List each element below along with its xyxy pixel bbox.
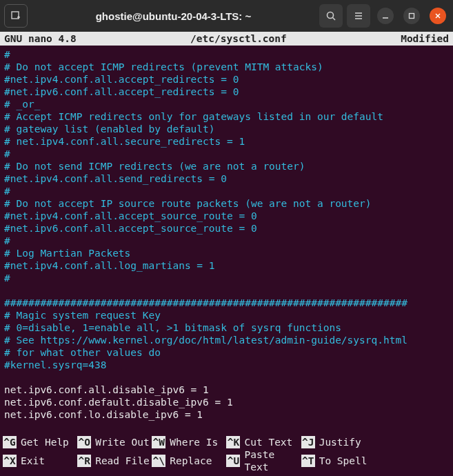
nano-statusbar: GNU nano 4.8 /etc/sysctl.conf Modified <box>0 32 453 46</box>
shortcut-justify[interactable]: ^JJustify <box>301 436 376 448</box>
new-tab-button[interactable] <box>4 4 28 28</box>
svg-rect-9 <box>410 14 414 19</box>
shortcut-empty <box>376 448 450 473</box>
shortcut-label: Replace <box>170 455 212 467</box>
shortcut-label: To Spell <box>319 455 368 467</box>
menu-button[interactable] <box>347 4 370 28</box>
editor-line: # <box>4 148 449 160</box>
shortcut-key: ^K <box>226 436 240 448</box>
editor-line: # Do not accept IP source route packets … <box>4 197 449 210</box>
shortcut-label: Cut Text <box>244 436 292 448</box>
shortcut-key: ^X <box>3 455 17 467</box>
shortcut-key: ^T <box>301 455 315 467</box>
editor-line: # See https://www.kernel.org/doc/html/la… <box>4 334 449 346</box>
shortcut-key: ^J <box>301 436 315 448</box>
editor-line: # Log Martian Packets <box>4 247 449 259</box>
shortcut-label: Where Is <box>170 436 218 448</box>
shortcut-key: ^O <box>77 436 91 448</box>
file-path: /etc/sysctl.conf <box>90 32 387 46</box>
shortcut-key: ^G <box>3 436 17 448</box>
editor-line: #net.ipv4.conf.all.log_martians = 1 <box>4 259 449 272</box>
editor-line: # <box>4 185 449 197</box>
window-title: ghostie@ubuntu-20-04-3-LTS: ~ <box>32 10 315 22</box>
editor-line: # for what other values do <box>4 346 449 359</box>
shortcut-read-file[interactable]: ^RRead File <box>77 448 152 473</box>
shortcut-paste-text[interactable]: ^UPaste Text <box>226 448 301 473</box>
editor-line: # 0=disable, 1=enable all, >1 bitmask of… <box>4 321 449 334</box>
shortcut-label: Read File <box>95 455 150 467</box>
editor-line <box>4 284 449 297</box>
minimize-button[interactable] <box>377 8 394 24</box>
shortcut-key: ^\ <box>152 455 165 467</box>
app-name: GNU nano 4.8 <box>4 32 90 46</box>
editor-line: #net.ipv4.conf.all.send_redirects = 0 <box>4 172 449 185</box>
editor-line: # _or_ <box>4 98 449 110</box>
editor-line: # Do not accept ICMP redirects (prevent … <box>4 61 449 73</box>
editor-line: #net.ipv4.conf.all.accept_source_route =… <box>4 210 449 222</box>
shortcut-exit[interactable]: ^XExit <box>3 448 77 473</box>
shortcut-to-spell[interactable]: ^TTo Spell <box>301 448 376 473</box>
editor-line: net.ipv6.conf.default.disable_ipv6 = 1 <box>4 396 449 408</box>
editor-line <box>4 371 449 384</box>
editor-line: # net.ipv4.conf.all.secure_redirects = 1 <box>4 135 449 148</box>
editor-line: #kernel.sysrq=438 <box>4 359 449 371</box>
window-controls <box>377 8 446 24</box>
modified-indicator: Modified <box>387 32 449 46</box>
editor-area[interactable]: ## Do not accept ICMP redirects (prevent… <box>0 46 453 421</box>
shortcut-write-out[interactable]: ^OWrite Out <box>77 436 152 448</box>
close-button[interactable] <box>430 8 446 24</box>
editor-line: # gateway list (enabled by default) <box>4 123 449 135</box>
editor-line: net.ipv6.conf.all.disable_ipv6 = 1 <box>4 384 449 396</box>
minimize-icon <box>382 12 389 19</box>
shortcut-label: Justify <box>319 436 361 448</box>
search-button[interactable] <box>319 4 343 28</box>
editor-line: #net.ipv6.conf.all.accept_source_route =… <box>4 222 449 235</box>
hamburger-icon <box>353 10 364 21</box>
shortcut-label: Paste Text <box>244 448 301 473</box>
new-tab-icon <box>10 10 21 21</box>
editor-line: # <box>4 235 449 247</box>
shortcut-where-is[interactable]: ^WWhere Is <box>152 436 226 448</box>
svg-point-3 <box>328 12 334 19</box>
editor-line: # Magic system request Key <box>4 309 449 321</box>
search-icon <box>325 10 336 21</box>
shortcut-cut-text[interactable]: ^KCut Text <box>226 436 301 448</box>
shortcut-key: ^W <box>152 436 165 448</box>
svg-line-4 <box>333 18 336 21</box>
shortcut-label: Get Help <box>21 436 69 448</box>
editor-line: ########################################… <box>4 297 449 309</box>
shortcut-empty <box>376 436 450 448</box>
titlebar: ghostie@ubuntu-20-04-3-LTS: ~ <box>0 0 453 32</box>
close-icon <box>434 12 441 19</box>
shortcut-key: ^U <box>226 455 240 467</box>
shortcut-get-help[interactable]: ^GGet Help <box>3 436 77 448</box>
editor-line: # <box>4 272 449 284</box>
shortcut-key: ^R <box>77 455 91 467</box>
maximize-button[interactable] <box>403 8 420 24</box>
editor-line: # Do not send ICMP redirects (we are not… <box>4 160 449 172</box>
shortcut-bar: ^GGet Help^OWrite Out^WWhere Is^KCut Tex… <box>0 436 453 476</box>
editor-line: # Accept ICMP redirects only for gateway… <box>4 110 449 123</box>
editor-line: #net.ipv4.conf.all.accept_redirects = 0 <box>4 73 449 86</box>
shortcut-label: Write Out <box>95 436 150 448</box>
editor-line: net.ipv6.conf.lo.disable_ipv6 = 1 <box>4 408 449 421</box>
shortcut-replace[interactable]: ^\Replace <box>152 448 226 473</box>
maximize-icon <box>408 12 415 19</box>
editor-line: # <box>4 48 449 61</box>
shortcut-label: Exit <box>21 455 45 467</box>
editor-line: #net.ipv6.conf.all.accept_redirects = 0 <box>4 86 449 98</box>
